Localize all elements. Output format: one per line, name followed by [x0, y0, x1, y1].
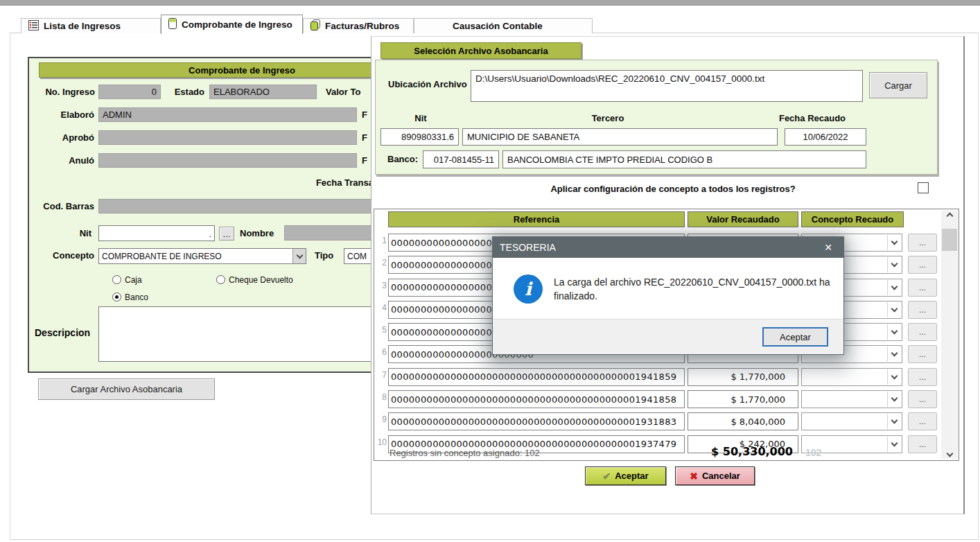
estado-field: ELABORADO [209, 85, 317, 99]
concepto-browse-button[interactable]: ... [908, 345, 937, 363]
list-icon [28, 20, 39, 33]
chevron-down-icon[interactable] [887, 369, 901, 385]
close-icon[interactable]: ✕ [813, 237, 843, 258]
radio-cheque-devuelto[interactable]: Cheque Devuelto [216, 273, 293, 286]
check-icon: ✔ [602, 471, 611, 482]
anulo-label: Anuló [33, 155, 94, 166]
radio-circle[interactable] [112, 275, 121, 284]
descripcion-textarea[interactable] [98, 306, 417, 362]
referencia-cell[interactable]: 0000000000000000000000000000000000000000… [388, 390, 685, 408]
nit-column-label: Nit [390, 113, 452, 123]
banco-cuenta-input[interactable]: 017-081455-11 [423, 150, 499, 168]
frame-left-border [10, 33, 10, 540]
radio-label: Cheque Devuelto [229, 275, 293, 285]
concepto-recaudo-select[interactable] [801, 390, 902, 408]
concepto-recaudo-select[interactable] [801, 412, 902, 430]
chevron-down-icon[interactable] [887, 257, 901, 272]
concepto-browse-button[interactable]: ... [908, 390, 937, 408]
concepto-browse-button[interactable]: ... [908, 323, 937, 341]
tab-causacion-contable[interactable]: Causación Contable [414, 18, 593, 33]
valor-recaudado-cell[interactable]: $ 1,770,000 [688, 390, 798, 408]
cancelar-button[interactable]: ✖ Cancelar [675, 466, 755, 485]
tercero-column-label: Tercero [535, 113, 681, 123]
ubicacion-archivo-label: Ubicación Archivo [388, 79, 467, 89]
radio-banco[interactable]: Banco [112, 290, 148, 303]
cod-barras-field [98, 199, 417, 213]
concepto-recaudo-header: Concepto Recaudo [801, 211, 904, 227]
radio-circle[interactable] [112, 292, 121, 301]
radio-caja[interactable]: Caja [112, 273, 142, 286]
tab-comprobante-de-ingreso[interactable]: Comprobante de Ingreso [161, 15, 303, 34]
nit-recaudo-input[interactable]: 890980331.6 [380, 128, 459, 146]
message-box-body: i La carga del archivo REC_20220610_CNV_… [493, 258, 843, 320]
chevron-down-icon[interactable] [887, 392, 901, 407]
app-window: Lista de Ingresos Comprobante de Ingreso… [0, 0, 980, 542]
fecha-recaudo-input[interactable]: 10/06/2022 [785, 128, 866, 146]
fecha-elaboro-label: F [362, 110, 367, 120]
tab-facturas-rubros[interactable]: Facturas/Rubros [303, 18, 414, 33]
tesoreria-message-box: TESORERIA ✕ i La carga del archivo REC_2… [492, 236, 844, 355]
no-ingreso-field: 0 [98, 85, 161, 99]
valor-total-label: Valor To [326, 87, 360, 97]
anulo-field [98, 153, 357, 168]
concepto-browse-button[interactable]: ... [908, 279, 937, 297]
radio-label: Banco [125, 292, 148, 302]
concepto-browse-button[interactable]: ... [908, 301, 937, 319]
valor-recaudado-header: Valor Recaudado [688, 211, 798, 227]
registros-sin-concepto-text: Registros sin concepto asignado: 102 [390, 448, 540, 458]
table-row: 9 00000000000000000000000000000000000000… [374, 411, 959, 433]
chevron-down-icon[interactable] [887, 235, 901, 250]
chevron-down-icon[interactable] [887, 280, 901, 295]
row-number: 7 [376, 370, 387, 380]
valor-recaudado-cell[interactable]: $ 8,040,000 [688, 412, 798, 430]
fecha-recaudo-column-label: Fecha Recaudo [774, 113, 850, 123]
concepto-browse-button[interactable]: ... [908, 435, 937, 453]
banco-nombre-input[interactable]: BANCOLOMBIA CTE IMPTO PREDIAL CODIGO B [502, 150, 866, 168]
cargar-button[interactable]: Cargar [869, 72, 927, 98]
aprobo-field [98, 130, 357, 145]
concepto-browse-button[interactable]: ... [908, 368, 937, 386]
row-number: 8 [376, 392, 387, 402]
cargar-archivo-asobancaria-button[interactable]: Cargar Archivo Asobancaria [38, 378, 215, 400]
nit-browse-button[interactable]: ... [219, 227, 234, 241]
aplicar-checkbox[interactable] [918, 182, 929, 193]
frame-bottom-border [10, 539, 979, 540]
referencia-cell[interactable]: 0000000000000000000000000000000000000000… [388, 368, 685, 386]
chevron-down-icon[interactable] [887, 414, 901, 429]
row-number: 4 [376, 303, 387, 313]
radio-circle[interactable] [216, 275, 225, 284]
tipo-value: COM [347, 252, 367, 261]
message-ok-button[interactable]: Aceptar [762, 327, 828, 347]
nombre-label: Nombre [240, 228, 274, 238]
x-icon: ✖ [690, 471, 698, 482]
chevron-down-icon[interactable] [887, 437, 901, 452]
tercero-input[interactable]: MUNICIPIO DE SABANETA [462, 128, 778, 146]
chevron-down-icon[interactable] [292, 249, 306, 263]
table-row: 8 00000000000000000000000000000000000000… [374, 389, 959, 411]
ubicacion-archivo-input[interactable]: D:\Users\Usuario\Downloads\REC_20220610_… [471, 70, 863, 102]
tipo-label: Tipo [315, 250, 333, 261]
concepto-recaudo-select[interactable] [801, 368, 902, 386]
frame-right-border [978, 33, 979, 540]
concepto-combobox[interactable]: COMPROBANTE DE INGRESO [98, 248, 306, 264]
scroll-down-icon[interactable] [941, 453, 958, 456]
table-scrollbar[interactable] [941, 211, 958, 459]
chevron-down-icon[interactable] [887, 347, 901, 362]
valor-recaudado-cell[interactable]: $ 1,770,000 [688, 368, 798, 386]
concepto-browse-button[interactable]: ... [908, 412, 937, 430]
row-number: 5 [376, 325, 387, 335]
scrollbar-thumb[interactable] [942, 229, 957, 251]
concepto-browse-button[interactable]: ... [908, 234, 937, 252]
archivo-groupbox: Ubicación Archivo D:\Users\Usuario\Downl… [375, 60, 938, 175]
scroll-up-icon[interactable] [941, 213, 958, 216]
elaboro-field: ADMIN [98, 107, 357, 122]
chevron-down-icon[interactable] [887, 324, 901, 340]
tab-lista-de-ingresos[interactable]: Lista de Ingresos [21, 18, 161, 33]
concepto-value: COMPROBANTE DE INGRESO [102, 252, 222, 261]
aceptar-button[interactable]: ✔ Aceptar [585, 466, 666, 485]
info-icon: i [514, 274, 543, 304]
concepto-browse-button[interactable]: ... [908, 256, 937, 274]
referencia-cell[interactable]: 0000000000000000000000000000000000000000… [388, 412, 685, 430]
nit-input[interactable]: . [98, 225, 215, 241]
chevron-down-icon[interactable] [887, 302, 901, 317]
